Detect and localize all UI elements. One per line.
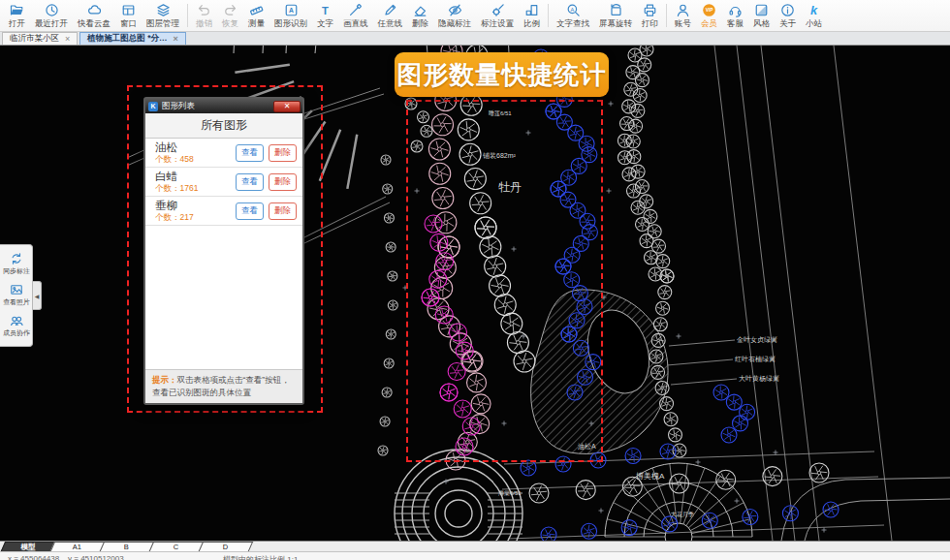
graphics-list-row[interactable]: 垂柳个数：217查看删除 [145, 197, 302, 226]
toolbar-vip-button[interactable]: VIP会员 [696, 0, 722, 31]
document-tab-bar: 临沂市某小区×植物施工图总图 *分…× [0, 32, 950, 46]
layout-tab-D[interactable]: D [199, 542, 253, 551]
side-panel-label: 查看照片 [3, 297, 30, 306]
toolbar-label: 快看云盘 [78, 18, 111, 30]
cad-drawing: 牡丹铺装682m²睡莲6/51油松A博美槐A海棠6/51大花月季金叶女贞绿篱红叶… [0, 46, 950, 541]
side-panel-members-button[interactable]: 成员协作 [0, 311, 32, 342]
toolbar-about-button[interactable]: 关于 [775, 0, 801, 31]
svg-text:海棠6/51: 海棠6/51 [498, 490, 522, 496]
toolbar-text-button[interactable]: T文字 [312, 0, 338, 31]
document-tab-1[interactable]: 临沂市某小区× [2, 32, 78, 45]
layout-tab-C[interactable]: C [149, 542, 204, 551]
toolbar-undo-button[interactable]: 撤销 [191, 0, 217, 31]
close-icon[interactable]: ✕ [273, 101, 301, 112]
toolbar-recognize-button[interactable]: A图形识别 [269, 0, 312, 31]
layout-tab-label: A1 [73, 543, 81, 551]
toolbar-label: 图形识别 [274, 18, 307, 30]
toolbar-label: 打开 [9, 18, 25, 30]
toolbar-label: 任意线 [378, 18, 403, 30]
plant-name: 油松 [155, 141, 231, 154]
layout-tab-label: 模型 [20, 543, 35, 552]
toolbar-label: 比例 [523, 18, 540, 30]
toolbar-recent-button[interactable]: 最近打开 [30, 0, 73, 31]
toolbar-label: 会员 [701, 18, 717, 30]
document-tab-2[interactable]: 植物施工图总图 *分…× [79, 32, 185, 45]
toolbar-label: 风格 [753, 18, 770, 30]
plant-count: 个数：217 [155, 212, 231, 222]
svg-text:VIP: VIP [706, 8, 714, 13]
main-toolbar: 打开最近打开快看云盘窗口图层管理撤销恢复测量A图形识别T文字画直线任意线删除隐藏… [0, 0, 950, 32]
toolbar-label: 图层管理 [146, 18, 179, 30]
dialog-title: 图形列表 [162, 101, 273, 112]
toolbar-find-text-button[interactable]: A文字查找 [552, 0, 594, 31]
toolbar-label: 标注设置 [481, 18, 514, 30]
delete-button[interactable]: 删除 [269, 144, 297, 162]
row-text: 油松个数：458 [155, 141, 231, 164]
svg-text:牡丹: 牡丹 [498, 180, 522, 194]
graphics-list-row[interactable]: 白蜡个数：1761查看删除 [145, 168, 302, 197]
toolbar-label: 隐藏标注 [438, 18, 471, 30]
account-icon [675, 3, 691, 17]
toolbar-support-button[interactable]: 客服 [722, 0, 748, 31]
svg-text:铺装682m²: 铺装682m² [482, 152, 517, 159]
toolbar-open-button[interactable]: 打开 [4, 0, 30, 31]
toolbar-label: 客服 [727, 18, 744, 30]
toolbar-scale-button[interactable]: 比例 [519, 0, 545, 31]
svg-text:博美槐A: 博美槐A [636, 472, 665, 481]
toolbar-annotation-settings-button[interactable]: 标注设置 [476, 0, 519, 31]
layers-icon [155, 3, 172, 17]
toolbar-rotate-screen-button[interactable]: 屏幕旋转 [594, 0, 637, 31]
about-icon [779, 3, 796, 17]
toolbar-label: 测量 [248, 18, 265, 30]
side-panel-photo-button[interactable]: 查看照片 [0, 280, 32, 311]
toolbar-label: 窗口 [120, 18, 137, 30]
text-icon: T [317, 3, 333, 17]
graphics-list: 油松个数：458查看删除白蜡个数：1761查看删除垂柳个数：217查看删除 [145, 139, 302, 369]
toolbar-hide-annotation-button[interactable]: 隐藏标注 [433, 0, 476, 31]
view-button[interactable]: 查看 [236, 144, 264, 162]
site-icon: k [806, 3, 822, 17]
toolbar-eraser-button[interactable]: 删除 [407, 0, 433, 31]
toolbar-label: 删除 [412, 18, 428, 30]
layout-tab-模型[interactable]: 模型 [1, 542, 55, 551]
layout-tab-bar: 模型A1BCD [0, 541, 950, 551]
toolbar-site-button[interactable]: k小站 [801, 0, 827, 31]
cad-viewport[interactable]: 牡丹铺装682m²睡莲6/51油松A博美槐A海棠6/51大花月季金叶女贞绿篱红叶… [0, 46, 950, 541]
toolbar-window-button[interactable]: 窗口 [115, 0, 142, 31]
delete-button[interactable]: 删除 [269, 173, 297, 191]
toolbar-redo-button[interactable]: 恢复 [217, 0, 243, 31]
scale-icon [523, 3, 540, 17]
panel-collapse-button[interactable]: ◀ [33, 281, 42, 310]
toolbar-freeline-button[interactable]: 任意线 [373, 0, 408, 31]
svg-text:k: k [810, 3, 818, 17]
close-icon[interactable]: × [173, 34, 177, 44]
svg-text:睡莲6/51: 睡莲6/51 [489, 109, 512, 117]
toolbar-label: 打印 [642, 18, 658, 30]
view-button[interactable]: 查看 [236, 173, 264, 191]
toolbar-style-button[interactable]: 风格 [748, 0, 775, 31]
row-text: 垂柳个数：217 [155, 200, 231, 222]
graphics-list-row[interactable]: 油松个数：458查看删除 [145, 139, 302, 168]
side-panel-sync-button[interactable]: 同步标注 [0, 249, 32, 280]
rotate-screen-icon [608, 3, 624, 17]
close-icon[interactable]: × [65, 34, 70, 44]
toolbar-line-button[interactable]: 画直线 [338, 0, 373, 31]
plant-name: 垂柳 [155, 200, 231, 212]
toolbar-label: 小站 [806, 18, 822, 30]
toolbar-cloud-button[interactable]: 快看云盘 [73, 0, 115, 31]
view-button[interactable]: 查看 [236, 202, 264, 220]
find-text-icon: A [565, 3, 582, 17]
toolbar-account-button[interactable]: 账号 [670, 0, 696, 31]
svg-text:A: A [570, 6, 574, 12]
toolbar-layers-button[interactable]: 图层管理 [142, 0, 184, 31]
layout-tab-A1[interactable]: A1 [50, 542, 105, 551]
toolbar-print-button[interactable]: 打印 [637, 0, 663, 31]
side-tool-panel: 同步标注查看照片成员协作 [0, 244, 33, 347]
toolbar-measure-button[interactable]: 测量 [243, 0, 269, 31]
freeline-icon [382, 3, 398, 17]
dialog-title-bar[interactable]: K 图形列表 ✕ [145, 99, 302, 113]
toolbar-label: 文字 [317, 18, 333, 30]
layout-tab-B[interactable]: B [100, 542, 154, 551]
plant-count: 个数：1761 [155, 183, 231, 193]
delete-button[interactable]: 删除 [269, 202, 297, 220]
